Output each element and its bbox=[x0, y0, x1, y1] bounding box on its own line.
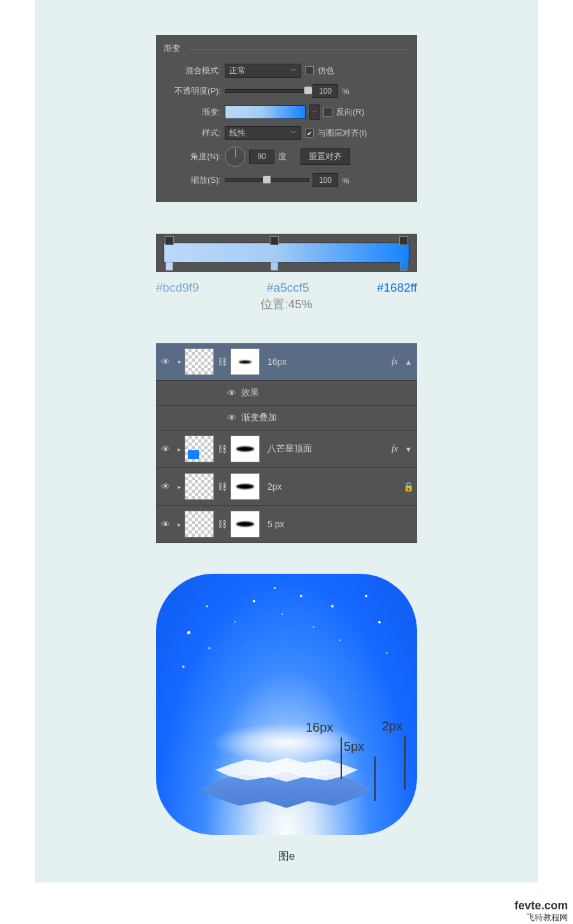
link-icon[interactable]: ⛓ bbox=[218, 357, 227, 367]
layer-thumbnail[interactable] bbox=[185, 473, 214, 500]
scale-label: 缩放(S): bbox=[164, 174, 221, 186]
chevron-down-icon[interactable]: ▾ bbox=[403, 444, 413, 454]
blend-mode-select[interactable]: 正常 ﹀ bbox=[225, 64, 301, 78]
gradient-settings-panel: 渐变 混合模式: 正常 ﹀ 仿色 不透明度(P): 100 % 渐变: ﹀ 反向… bbox=[156, 35, 417, 202]
position-label: 位置:45% bbox=[156, 296, 417, 313]
layer-thumbnail[interactable] bbox=[185, 348, 214, 375]
app-icon-preview bbox=[156, 574, 417, 835]
layer-row[interactable]: 👁 ▸ ⛓ 5 px bbox=[156, 506, 417, 543]
color-stop[interactable] bbox=[400, 262, 407, 271]
align-label: 与图层对齐(I) bbox=[318, 127, 367, 139]
layer-effect-item[interactable]: 👁 渐变叠加 bbox=[156, 406, 417, 430]
panel-title: 渐变 bbox=[156, 40, 417, 60]
angle-input[interactable]: 90 bbox=[249, 150, 274, 164]
lock-icon[interactable]: 🔒 bbox=[403, 481, 413, 492]
visibility-icon[interactable]: 👁 bbox=[160, 519, 171, 529]
mask-thumbnail[interactable] bbox=[230, 348, 260, 375]
gradient-preview[interactable] bbox=[225, 105, 306, 119]
chevron-up-icon[interactable]: ▴ bbox=[403, 357, 413, 367]
mask-thumbnail[interactable] bbox=[230, 436, 260, 462]
expand-icon[interactable]: ▸ bbox=[178, 521, 181, 528]
mask-thumbnail[interactable] bbox=[230, 511, 260, 537]
slider-thumb[interactable] bbox=[304, 87, 312, 94]
style-select[interactable]: 线性 ﹀ bbox=[225, 126, 301, 140]
link-icon[interactable]: ⛓ bbox=[218, 481, 227, 492]
color-stop[interactable] bbox=[166, 262, 173, 271]
scale-slider[interactable] bbox=[225, 178, 309, 182]
angle-dial[interactable] bbox=[225, 146, 245, 167]
dither-label: 仿色 bbox=[318, 65, 334, 76]
layer-name[interactable]: 16px bbox=[267, 357, 388, 367]
visibility-icon[interactable]: 👁 bbox=[160, 481, 171, 492]
gradient-bar[interactable] bbox=[164, 243, 409, 263]
link-icon[interactable]: ⛓ bbox=[218, 444, 227, 454]
dither-checkbox[interactable] bbox=[305, 66, 314, 75]
layer-row[interactable]: 👁 ▾ ⛓ 16px fx ▴ bbox=[156, 343, 417, 381]
opacity-stop[interactable] bbox=[270, 236, 279, 245]
mask-thumbnail[interactable] bbox=[230, 473, 260, 500]
visibility-icon[interactable]: 👁 bbox=[160, 444, 171, 454]
opacity-stop[interactable] bbox=[399, 236, 408, 245]
effects-label: 效果 bbox=[241, 387, 259, 399]
layer-row[interactable]: 👁 ▸ ⛓ 八芒星顶面 fx ▾ bbox=[156, 430, 417, 468]
opacity-input[interactable]: 100 bbox=[313, 84, 338, 98]
scale-input[interactable]: 100 bbox=[313, 173, 338, 187]
visibility-icon[interactable]: 👁 bbox=[226, 388, 237, 398]
gradient-overlay-label: 渐变叠加 bbox=[241, 412, 277, 423]
slider-thumb[interactable] bbox=[263, 176, 271, 183]
layer-effects-row[interactable]: 👁 效果 bbox=[156, 381, 417, 406]
opacity-stop[interactable] bbox=[165, 236, 174, 245]
platform-glow bbox=[210, 723, 363, 762]
opacity-label: 不透明度(P): bbox=[164, 85, 221, 97]
annotation-2px: 2px bbox=[382, 719, 402, 734]
align-checkbox[interactable] bbox=[305, 129, 314, 138]
reset-align-button[interactable]: 重置对齐 bbox=[301, 148, 350, 165]
blend-mode-label: 混合模式: bbox=[164, 65, 221, 76]
link-icon[interactable]: ⛓ bbox=[218, 519, 227, 529]
color-hex-3: #1682ff bbox=[377, 281, 417, 295]
reverse-checkbox[interactable] bbox=[323, 108, 332, 117]
opacity-slider[interactable] bbox=[225, 89, 309, 93]
result-preview: 16px 5px 2px 图e bbox=[150, 574, 423, 864]
fx-badge[interactable]: fx bbox=[392, 357, 398, 367]
annotation-5px: 5px bbox=[344, 739, 364, 754]
layer-name[interactable]: 2px bbox=[267, 481, 399, 492]
layers-panel: 👁 ▾ ⛓ 16px fx ▴ 👁 效果 👁 渐变叠加 👁 ▸ ⛓ 八芒星顶面 … bbox=[156, 343, 417, 543]
chevron-down-icon: ﹀ bbox=[290, 129, 297, 138]
expand-icon[interactable]: ▸ bbox=[178, 483, 181, 490]
annotation-16px: 16px bbox=[306, 720, 333, 735]
color-stop[interactable] bbox=[271, 262, 278, 271]
layer-row[interactable]: 👁 ▸ ⛓ 2px 🔒 bbox=[156, 468, 417, 506]
fx-badge[interactable]: fx bbox=[392, 444, 398, 454]
color-hex-1: #bcd9f9 bbox=[156, 281, 199, 295]
layer-name[interactable]: 八芒星顶面 bbox=[267, 443, 388, 455]
gradient-dropdown-icon[interactable]: ﹀ bbox=[309, 104, 320, 120]
visibility-icon[interactable]: 👁 bbox=[160, 357, 171, 367]
layer-thumbnail[interactable] bbox=[185, 511, 214, 537]
gradient-editor bbox=[156, 234, 417, 272]
color-hex-2: #a5ccf5 bbox=[199, 281, 377, 295]
angle-label: 角度(N): bbox=[164, 151, 221, 162]
layer-thumbnail[interactable] bbox=[185, 436, 214, 462]
chevron-down-icon: ﹀ bbox=[290, 66, 297, 75]
layer-name[interactable]: 5 px bbox=[267, 519, 413, 529]
visibility-icon[interactable]: 👁 bbox=[226, 413, 237, 423]
gradient-label: 渐变: bbox=[164, 106, 221, 118]
reverse-label: 反向(R) bbox=[336, 106, 364, 118]
expand-icon[interactable]: ▸ bbox=[178, 446, 181, 453]
style-label: 样式: bbox=[164, 127, 221, 139]
figure-caption: 图e bbox=[150, 849, 423, 864]
expand-icon[interactable]: ▾ bbox=[178, 359, 181, 366]
